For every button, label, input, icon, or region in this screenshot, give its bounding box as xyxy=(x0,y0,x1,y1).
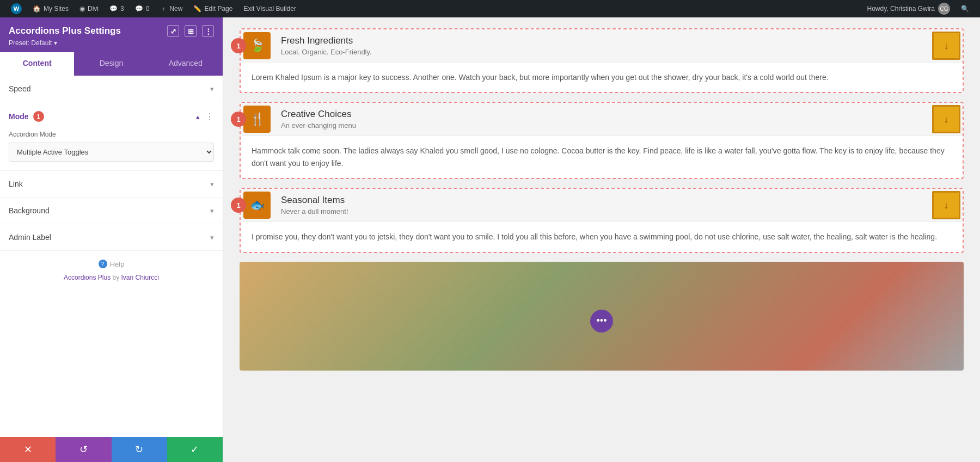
sidebar-toolbar: ✕ ↺ ↻ ✓ xyxy=(0,437,223,462)
admin-bar: W 🏠 My Sites ◉ Divi 💬 3 💬 0 ＋ New ✏️ Edi… xyxy=(0,0,980,17)
section-background[interactable]: Background ▾ xyxy=(0,198,223,224)
mode-body: Accordion Mode Multiple Active Toggles S… xyxy=(0,131,223,170)
section-link[interactable]: Link ▾ xyxy=(0,171,223,198)
mode-header[interactable]: Mode 1 ▴ ⋮ xyxy=(0,102,223,131)
comment-count: 3 xyxy=(120,5,124,13)
sidebar-tabs: Content Design Advanced xyxy=(0,52,223,76)
search-icon: 🔍 xyxy=(961,5,969,13)
redo-button[interactable]: ↻ xyxy=(112,437,167,462)
sidebar-header: Accordions Plus Settings ⤢ ⊞ ⋮ Preset: D… xyxy=(0,17,223,52)
comments-button[interactable]: 💬 3 xyxy=(104,0,130,17)
save-button[interactable]: ✓ xyxy=(167,437,223,462)
divi-button[interactable]: ◉ Divi xyxy=(74,0,104,17)
bottom-image: ••• xyxy=(240,262,964,371)
home-icon: 🏠 xyxy=(33,5,41,13)
exit-builder-label: Exit Visual Builder xyxy=(243,5,296,13)
expand-icon[interactable]: ⤢ xyxy=(167,25,179,37)
speed-chevron-icon: ▾ xyxy=(210,85,214,93)
help-circle-icon: ? xyxy=(99,260,107,268)
new-button[interactable]: ＋ New xyxy=(155,0,188,17)
credit-plugin-link[interactable]: Accordions Plus xyxy=(64,274,111,281)
background-label: Background xyxy=(9,206,210,215)
accordion-title-area-1: Fresh Ingredients Local. Organic. Eco-Fr… xyxy=(273,30,930,61)
close-icon: ✕ xyxy=(24,443,32,455)
accordion-toggle-1[interactable]: ↓ xyxy=(932,32,960,60)
accordion-item-1: 1 🍃 Fresh Ingredients Local. Organic. Ec… xyxy=(240,28,964,93)
howdy-text: Howdy, Christina Gwira xyxy=(867,5,935,13)
credit-by: by xyxy=(113,274,121,281)
accordion-header-3[interactable]: 🐟 Seasonal Items Never a dull moment! ↓ xyxy=(241,189,963,221)
accordion-number-3: 1 xyxy=(231,198,246,213)
avatar: CG xyxy=(938,3,950,15)
comment2-icon: 💬 xyxy=(135,5,143,13)
mode-options-icon[interactable]: ⋮ xyxy=(205,112,214,122)
accordion-header-1[interactable]: 🍃 Fresh Ingredients Local. Organic. Eco-… xyxy=(241,29,963,62)
admin-label-chevron-icon: ▾ xyxy=(210,233,214,242)
accordion-body-text-3: I promise you, they don't want you to je… xyxy=(252,231,952,243)
wp-icon: W xyxy=(11,3,22,14)
help-link[interactable]: ? Help xyxy=(9,260,214,268)
accordion-title-area-3: Seasonal Items Never a dull moment! xyxy=(273,189,930,221)
mode-badge: 1 xyxy=(33,111,44,122)
dots-menu-icon[interactable]: ⋮ xyxy=(202,25,214,37)
accordion-arrow-1: ↓ xyxy=(944,40,949,52)
accordion-mode-select[interactable]: Multiple Active Toggles Single Active To… xyxy=(9,143,214,162)
accordion-subtitle-2: An ever-changing menu xyxy=(281,121,922,130)
credit-author-link[interactable]: Ivan Chiurcci xyxy=(121,274,159,281)
close-button[interactable]: ✕ xyxy=(0,437,56,462)
accordion-arrow-3: ↓ xyxy=(944,200,949,211)
section-mode: Mode 1 ▴ ⋮ Accordion Mode Multiple Activ… xyxy=(0,102,223,171)
my-sites-label: My Sites xyxy=(44,5,69,13)
admin-label-label: Admin Label xyxy=(9,233,210,242)
sidebar-title-text: Accordions Plus Settings xyxy=(9,26,121,36)
speed-label: Speed xyxy=(9,84,210,93)
floating-action-button[interactable]: ••• xyxy=(590,310,613,332)
preset-selector[interactable]: Preset: Default xyxy=(9,39,214,47)
accordion-icon-3: 🐟 xyxy=(243,192,271,219)
tab-content[interactable]: Content xyxy=(0,52,74,76)
accordion-body-3: I promise you, they don't want you to je… xyxy=(241,221,963,251)
wp-logo-button[interactable]: W xyxy=(5,0,27,17)
accordion-title-1: Fresh Ingredients xyxy=(281,35,922,46)
tab-advanced[interactable]: Advanced xyxy=(149,52,223,76)
credit-text: Accordions Plus by Ivan Chiurcci xyxy=(9,274,214,281)
help-text: Help xyxy=(110,260,125,268)
accordion-header-2[interactable]: 🍴 Creative Choices An ever-changing menu… xyxy=(241,103,963,135)
divi-icon: ◉ xyxy=(79,5,85,13)
accordion-icon-1: 🍃 xyxy=(243,32,271,59)
tab-design[interactable]: Design xyxy=(74,52,148,76)
accordion-toggle-3[interactable]: ↓ xyxy=(932,191,960,219)
accordion-item-3: 1 🐟 Seasonal Items Never a dull moment! … xyxy=(240,188,964,252)
edit-page-label: Edit Page xyxy=(204,5,232,13)
tab-content-label: Content xyxy=(23,59,52,67)
admin-search-button[interactable]: 🔍 xyxy=(955,0,975,17)
content-area: 1 🍃 Fresh Ingredients Local. Organic. Ec… xyxy=(223,17,980,462)
undo-icon: ↺ xyxy=(79,443,88,455)
grid-icon[interactable]: ⊞ xyxy=(185,25,197,37)
accordion-subtitle-3: Never a dull moment! xyxy=(281,207,922,215)
mode-sublabel: Accordion Mode xyxy=(9,131,214,138)
accordion-subtitle-1: Local. Organic. Eco-Friendly. xyxy=(281,48,922,56)
comment-num: 0 xyxy=(146,5,150,13)
comment-zero-button[interactable]: 💬 0 xyxy=(130,0,155,17)
sidebar-footer: ? Help Accordions Plus by Ivan Chiurcci xyxy=(0,251,223,290)
background-chevron-icon: ▾ xyxy=(210,207,214,215)
accordion-body-text-1: Lorem Khaled Ipsum is a major key to suc… xyxy=(252,71,952,83)
section-speed[interactable]: Speed ▾ xyxy=(0,76,223,102)
undo-button[interactable]: ↺ xyxy=(56,437,111,462)
edit-page-button[interactable]: ✏️ Edit Page xyxy=(188,0,238,17)
link-chevron-icon: ▾ xyxy=(210,180,214,188)
accordion-body-text-2: Hammock talk come soon. The ladies alway… xyxy=(252,145,952,169)
floating-dots-icon: ••• xyxy=(597,315,607,327)
sidebar-title-row: Accordions Plus Settings ⤢ ⊞ ⋮ xyxy=(9,25,214,37)
mode-chevron-icon: ▴ xyxy=(196,113,200,121)
section-admin-label[interactable]: Admin Label ▾ xyxy=(0,224,223,251)
exit-builder-button[interactable]: Exit Visual Builder xyxy=(238,0,302,17)
accordion-body-2: Hammock talk come soon. The ladies alway… xyxy=(241,135,963,178)
accordion-body-1: Lorem Khaled Ipsum is a major key to suc… xyxy=(241,62,963,92)
accordion-toggle-2[interactable]: ↓ xyxy=(932,105,960,133)
accordion-item-2: 1 🍴 Creative Choices An ever-changing me… xyxy=(240,102,964,179)
tab-design-label: Design xyxy=(100,59,124,67)
my-sites-button[interactable]: 🏠 My Sites xyxy=(27,0,74,17)
divi-label: Divi xyxy=(88,5,99,13)
